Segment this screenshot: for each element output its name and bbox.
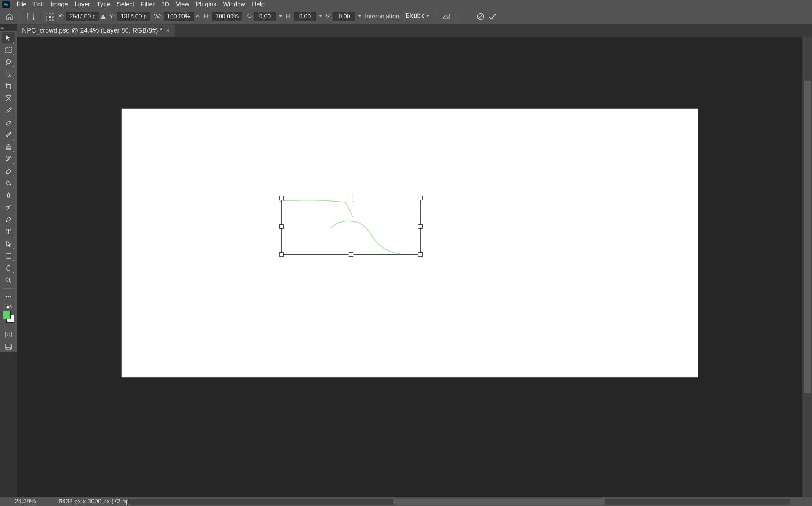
v-skew-input[interactable] xyxy=(333,12,355,21)
lasso-icon xyxy=(5,59,12,65)
edit-toolbar-button[interactable]: ••• xyxy=(2,291,15,302)
transform-handle-top-middle[interactable] xyxy=(349,196,353,200)
reference-point-widget[interactable] xyxy=(45,12,54,21)
home-button[interactable] xyxy=(3,11,16,22)
horizontal-scrollbar-thumb[interactable] xyxy=(393,499,605,505)
svg-point-13 xyxy=(6,206,9,209)
menu-3d[interactable]: 3D xyxy=(158,1,173,8)
transform-handle-bottom-right[interactable] xyxy=(418,252,423,257)
eraser-tool[interactable] xyxy=(2,166,15,177)
v-skew-label: V: xyxy=(326,13,331,20)
move-tool[interactable] xyxy=(2,32,15,43)
h-skew-label: H: xyxy=(286,13,292,20)
gradient-tool[interactable] xyxy=(2,178,15,189)
bucket-icon xyxy=(5,180,12,187)
transform-handle-top-left[interactable] xyxy=(279,196,284,200)
interpolation-select[interactable]: Bicubic xyxy=(403,12,436,21)
frame-tool[interactable] xyxy=(2,93,15,104)
width-input[interactable] xyxy=(164,12,194,21)
menu-filter[interactable]: Filter xyxy=(138,1,158,8)
dodge-tool[interactable] xyxy=(2,202,15,213)
y-position-input[interactable] xyxy=(117,12,150,21)
x-position-label: X: xyxy=(58,13,64,20)
rectangle-tool[interactable] xyxy=(2,250,15,261)
eraser-icon xyxy=(5,168,12,174)
menu-view[interactable]: View xyxy=(173,1,193,8)
aspect-ratio-link-icon[interactable]: ⚭ xyxy=(195,13,200,20)
svg-rect-1 xyxy=(27,13,28,15)
rectangle-icon xyxy=(5,253,12,259)
rotate-input[interactable] xyxy=(254,12,276,21)
eyedropper-tool[interactable] xyxy=(2,105,15,116)
vertical-scrollbar[interactable] xyxy=(802,37,812,497)
brush-tool[interactable] xyxy=(2,129,15,140)
move-cursor-icon xyxy=(5,35,12,41)
history-brush-tool[interactable] xyxy=(2,153,15,165)
zoom-tool[interactable] xyxy=(2,275,15,286)
transform-handle-middle-right[interactable] xyxy=(418,224,423,229)
arrow-cursor-icon xyxy=(6,241,11,247)
chevron-down-icon[interactable] xyxy=(279,15,282,17)
document-tab[interactable]: NPC_crowd.psd @ 24.4% (Layer 80, RGB/8#)… xyxy=(17,24,175,37)
pen-tool[interactable] xyxy=(2,214,15,225)
vertical-scrollbar-thumb[interactable] xyxy=(804,81,811,393)
marquee-tool[interactable] xyxy=(2,44,15,55)
chevron-down-icon[interactable] xyxy=(319,15,322,17)
horizontal-scrollbar[interactable] xyxy=(128,499,790,505)
menu-edit[interactable]: Edit xyxy=(30,1,47,8)
panel-expand-icon[interactable]: ▸▸ xyxy=(1,26,4,30)
lasso-tool[interactable] xyxy=(2,57,15,68)
document-tab-strip: NPC_crowd.psd @ 24.4% (Layer 80, RGB/8#)… xyxy=(17,24,812,37)
x-position-input[interactable] xyxy=(66,12,99,21)
menu-image[interactable]: Image xyxy=(47,1,71,8)
transform-handle-bottom-left[interactable] xyxy=(279,252,284,257)
transform-tool-icon[interactable] xyxy=(24,11,37,22)
clone-stamp-tool[interactable] xyxy=(2,141,15,152)
document-canvas[interactable] xyxy=(122,109,698,377)
menu-type[interactable]: Type xyxy=(93,1,113,8)
status-document-info[interactable]: 6432 px x 3000 px (72 ppi) xyxy=(59,498,133,505)
crop-tool[interactable] xyxy=(2,81,15,92)
checkmark-icon xyxy=(488,12,496,21)
warp-modes-button[interactable] xyxy=(440,11,453,22)
menu-plugins[interactable]: Plugins xyxy=(193,1,220,8)
transform-handle-bottom-middle[interactable] xyxy=(349,252,353,257)
menu-file[interactable]: File xyxy=(13,1,30,8)
quick-mask-button[interactable] xyxy=(2,329,15,340)
warp-icon xyxy=(442,13,450,20)
close-tab-button[interactable]: × xyxy=(166,27,169,34)
path-selection-tool[interactable] xyxy=(2,238,15,249)
menu-select[interactable]: Select xyxy=(113,1,137,8)
foreground-color-swatch[interactable] xyxy=(3,311,11,319)
blur-tool[interactable] xyxy=(2,190,15,201)
quick-selection-tool[interactable] xyxy=(2,69,15,80)
default-colors-button[interactable] xyxy=(2,303,15,309)
color-swatches[interactable] xyxy=(2,310,15,324)
magnifier-icon xyxy=(5,277,12,283)
menu-layer[interactable]: Layer xyxy=(71,1,94,8)
screen-mode-button[interactable] xyxy=(2,341,15,352)
transform-handle-top-right[interactable] xyxy=(418,196,423,200)
relative-positioning-icon[interactable] xyxy=(101,14,106,19)
menu-window[interactable]: Window xyxy=(220,1,248,8)
transform-handle-middle-left[interactable] xyxy=(279,224,284,229)
tools-panel: T ••• xyxy=(0,31,17,352)
free-transform-bounding-box[interactable] xyxy=(281,198,421,255)
h-skew-input[interactable] xyxy=(294,12,316,21)
y-position-label: Y: xyxy=(109,13,115,20)
height-input[interactable] xyxy=(212,12,242,21)
chevron-down-icon[interactable] xyxy=(358,15,361,17)
canvas-workspace[interactable] xyxy=(17,37,802,497)
app-logo-icon: Ps xyxy=(2,1,10,8)
hand-icon xyxy=(5,265,12,271)
menu-help[interactable]: Help xyxy=(249,1,268,8)
type-tool[interactable]: T xyxy=(2,226,15,237)
hand-tool[interactable] xyxy=(2,263,15,274)
status-zoom-level[interactable]: 24.39% xyxy=(15,498,44,505)
healing-brush-tool[interactable] xyxy=(2,117,15,128)
screen-mode-icon xyxy=(5,344,12,350)
commit-transform-button[interactable] xyxy=(487,11,497,22)
cancel-transform-button[interactable] xyxy=(475,11,486,22)
width-label: W: xyxy=(154,13,161,20)
dodge-icon xyxy=(5,204,12,211)
